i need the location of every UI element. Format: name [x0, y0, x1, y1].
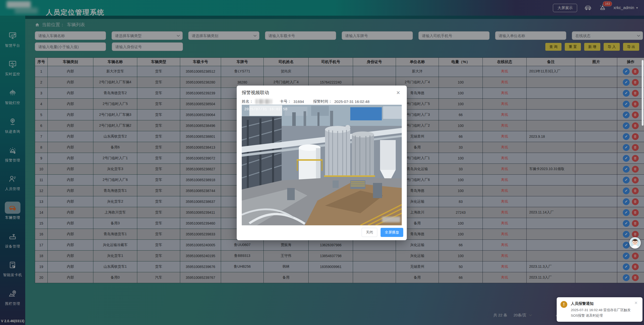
name-label: 姓名： — [242, 99, 253, 104]
toast-title: 人员报警通知 — [571, 301, 594, 306]
modal-title: 报警视频联动 — [242, 90, 269, 96]
card-value: 31694 — [293, 99, 304, 104]
alarm-toast: ! 人员报警通知 ✕ 2025-07-31 16:02:48 雷佰存在厂区触发 … — [557, 297, 642, 322]
warning-icon: ! — [560, 301, 567, 308]
close-icon[interactable]: ✕ — [395, 90, 402, 95]
close-icon[interactable]: ✕ — [633, 300, 639, 306]
card-label: 卡号： — [280, 99, 291, 104]
plant-scene: 2025/07/31 16:02:58 — [242, 105, 402, 225]
scrollbar-thumb[interactable] — [642, 60, 643, 126]
fullscreen-play-button[interactable]: 全屏播放 — [381, 228, 403, 237]
alarm-time-label: 报警时间： — [313, 99, 332, 104]
video-timestamp: 2025/07/31 16:02:58 — [244, 107, 287, 112]
toast-body: 2025-07-31 16:02:48 雷佰存在厂区触发 SOS报警 请及时处理 — [571, 307, 637, 319]
cctv-video-frame: 2025/07/31 16:02:58 — [242, 105, 402, 225]
modal-header: 报警视频联动 ✕ — [237, 86, 407, 98]
assistant-avatar[interactable] — [629, 237, 641, 249]
redacted-name — [255, 99, 272, 104]
avatar-face — [630, 238, 640, 248]
vehicle-management-screen: 人员定位管理系统 大屏展示 163 xrkc_admin ▼ 智慧平台 — [0, 0, 644, 325]
alarm-time-value: 2025-07-31 16:02:48 — [334, 99, 369, 104]
close-button[interactable]: 关闭 — [362, 228, 377, 237]
alarm-video-modal: 报警视频联动 ✕ 姓名： 卡号： 31694 报警时间： 2025-07-31 … — [237, 86, 407, 240]
modal-footer: 关闭 全屏播放 — [362, 228, 403, 237]
